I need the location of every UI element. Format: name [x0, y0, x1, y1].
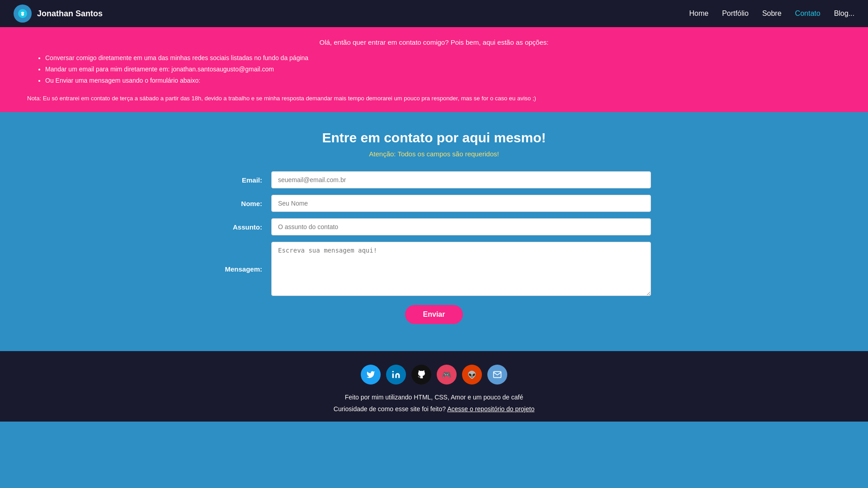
contact-form: Email: Nome: Assunto: Mensagem: Enviar: [208, 171, 660, 324]
social-twitter-icon[interactable]: [361, 365, 381, 385]
nav-home[interactable]: Home: [689, 9, 709, 17]
submit-button[interactable]: Enviar: [405, 305, 463, 324]
brand-name: Jonathan Santos: [37, 9, 103, 19]
brand-logo: [14, 5, 32, 23]
social-reddit-icon[interactable]: 👽: [462, 365, 482, 385]
social-itch-icon[interactable]: 🎮: [437, 365, 457, 385]
banner-list: Conversar comigo diretamente em uma das …: [27, 52, 841, 87]
message-label: Mensagem:: [217, 265, 271, 273]
subject-label: Assunto:: [217, 223, 271, 231]
info-banner: Olá, então quer entrar em contato comigo…: [0, 27, 868, 112]
footer-made-text: Feito por mim utilizando HTML, CSS, Amor…: [0, 394, 868, 401]
email-label: Email:: [217, 176, 271, 184]
navbar: Jonathan Santos Home Portfólio Sobre Con…: [0, 0, 868, 27]
banner-list-item: Conversar comigo diretamente em uma das …: [45, 52, 841, 64]
footer-repo-text: Curiosidade de como esse site foi feito?…: [0, 405, 868, 413]
name-input[interactable]: [271, 195, 651, 212]
svg-point-2: [392, 371, 394, 372]
svg-point-1: [21, 13, 24, 16]
form-subtitle: Atenção: Todos os campos são requeridos!: [0, 150, 868, 158]
banner-note: Nota: Eu só entrarei em contato de terça…: [27, 94, 841, 103]
social-linkedin-icon[interactable]: [386, 365, 406, 385]
nav-sobre[interactable]: Sobre: [762, 9, 782, 17]
footer-repo-link[interactable]: Acesse o repositório do projeto: [447, 405, 534, 413]
subject-input[interactable]: [271, 218, 651, 235]
nav-blog[interactable]: Blog...: [834, 9, 854, 17]
nav-contato[interactable]: Contato: [795, 9, 821, 17]
social-github-icon[interactable]: [411, 365, 431, 385]
banner-intro: Olá, então quer entrar em contato comigo…: [27, 38, 841, 46]
message-row: Mensagem:: [217, 242, 651, 296]
form-title: Entre em contato por aqui mesmo!: [0, 130, 868, 145]
message-textarea[interactable]: [271, 242, 651, 296]
main-content: Entre em contato por aqui mesmo! Atenção…: [0, 112, 868, 351]
banner-list-item: Ou Enviar uma mensagem usando o formulár…: [45, 75, 841, 86]
subject-row: Assunto:: [217, 218, 651, 235]
footer: 🎮 👽 Feito por mim utilizando HTML, CSS, …: [0, 351, 868, 422]
email-row: Email:: [217, 171, 651, 188]
social-email-icon[interactable]: [487, 365, 507, 385]
name-label: Nome:: [217, 200, 271, 207]
submit-row: Enviar: [217, 305, 651, 324]
banner-list-item: Mandar um email para mim diretamente em:…: [45, 64, 841, 75]
name-row: Nome:: [217, 195, 651, 212]
social-icons: 🎮 👽: [0, 365, 868, 385]
nav-portfolio[interactable]: Portfólio: [722, 9, 749, 17]
brand: Jonathan Santos: [14, 5, 689, 23]
email-input[interactable]: [271, 171, 651, 188]
nav-links: Home Portfólio Sobre Contato Blog...: [689, 9, 855, 18]
